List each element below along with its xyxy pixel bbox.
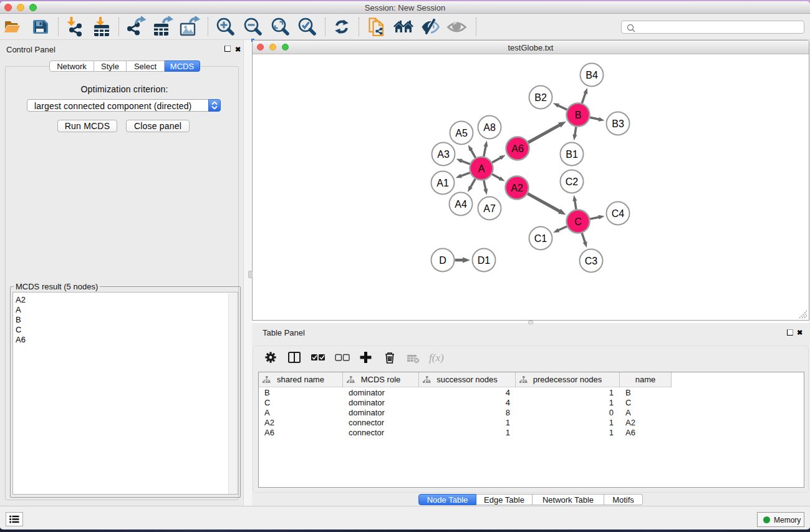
svg-text:A4: A4 [455, 199, 467, 210]
svg-text:C: C [574, 216, 582, 227]
svg-text:B: B [575, 110, 582, 120]
svg-text:C2: C2 [566, 177, 579, 187]
svg-text:C4: C4 [612, 208, 625, 219]
svg-text:A7: A7 [483, 203, 496, 214]
svg-text:A2: A2 [511, 183, 523, 193]
svg-text:D1: D1 [478, 255, 491, 266]
svg-text:D: D [439, 255, 446, 266]
svg-text:f(x): f(x) [429, 352, 444, 364]
svg-text:A6: A6 [511, 143, 524, 154]
svg-text:A3: A3 [437, 149, 450, 160]
svg-text:A: A [478, 163, 485, 174]
svg-text:B2: B2 [534, 92, 547, 103]
svg-text:A5: A5 [455, 128, 468, 138]
svg-text:B3: B3 [612, 118, 624, 129]
svg-text:C1: C1 [534, 233, 547, 244]
svg-text:C3: C3 [585, 256, 598, 266]
svg-text:A8: A8 [483, 122, 496, 133]
svg-text:A1: A1 [436, 178, 449, 188]
svg-text:B1: B1 [566, 149, 578, 160]
svg-text:B4: B4 [586, 70, 598, 80]
